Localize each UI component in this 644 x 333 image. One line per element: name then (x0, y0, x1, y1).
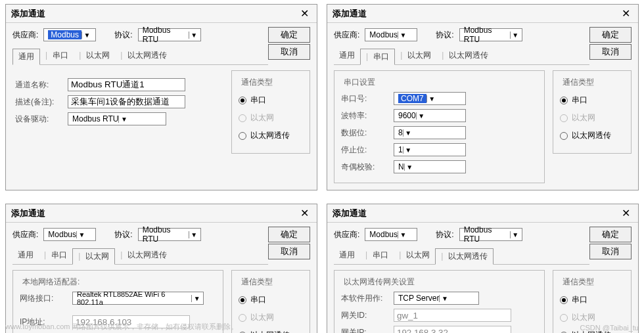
radio-ethernet[interactable]: 以太网 (560, 312, 624, 323)
tab-ethernet[interactable]: 以太网 (72, 248, 115, 265)
gwid-label: 网关ID: (341, 310, 388, 321)
chevron-down-icon: ▼ (189, 32, 199, 39)
adapter-legend: 本地网络适配器: (20, 277, 82, 288)
protocol-label: 协议: (436, 229, 453, 240)
dialog-ethpass: 添加通道 ✕ 供应商: Modbus▼ 协议: Modbus RTU▼ 确定 通… (327, 204, 639, 333)
iface-select[interactable]: Realtek RTL8852AE WiFi 6 802.11a▼ (72, 292, 204, 305)
chevron-down-icon: ▼ (439, 295, 449, 302)
role-select[interactable]: TCP Server▼ (394, 292, 479, 305)
cancel-button[interactable]: 取消 (589, 244, 632, 259)
chevron-down-icon: ▼ (403, 129, 413, 137)
comm-legend: 通信类型 (560, 77, 597, 88)
supplier-label: 供应商: (334, 30, 359, 41)
stopbits-label: 停止位: (341, 144, 388, 156)
chevron-down-icon: ▼ (76, 231, 87, 238)
driver-label: 设备驱动: (15, 114, 62, 125)
iface-label: 网络接口: (20, 293, 67, 304)
footer-left: www.toymoban.com 网络图片仅供展示，非存储，如有侵权请联系删除。 (5, 322, 238, 332)
protocol-label: 协议: (114, 30, 132, 41)
cancel-button[interactable]: 取消 (268, 44, 310, 60)
desc-input[interactable] (68, 95, 185, 108)
channel-name-input[interactable] (68, 78, 185, 91)
protocol-select[interactable]: Modbus RTU▼ (459, 28, 522, 41)
chevron-down-icon: ▼ (191, 295, 202, 302)
chevron-down-icon: ▼ (118, 116, 129, 123)
stopbits-select[interactable]: 1▼ (394, 143, 466, 156)
tab-ethernet[interactable]: 以太网 (74, 48, 115, 64)
gwid-input[interactable] (394, 309, 511, 322)
radio-ethpass[interactable]: 以太网透传 (239, 130, 303, 141)
tab-serial[interactable]: 串口 (360, 248, 394, 264)
radio-serial[interactable]: 串口 (239, 294, 303, 305)
ok-button[interactable]: 确定 (268, 227, 310, 242)
protocol-select[interactable]: Modbus RTU▼ (138, 228, 201, 241)
supplier-select[interactable]: Modbus▼ (365, 28, 417, 41)
radio-ethpass[interactable]: 以太网透传 (239, 330, 303, 333)
protocol-select[interactable]: Modbus RTU▼ (459, 228, 522, 241)
dialog-title: 添加通道 (333, 8, 367, 20)
tab-ethernet[interactable]: 以太网 (395, 48, 436, 64)
radio-dot-icon (239, 314, 246, 322)
dialog-general: 添加通道 ✕ 供应商: Modbus▼ 协议: Modbus RTU▼ 确定 通… (5, 4, 317, 190)
chevron-down-icon: ▼ (510, 231, 520, 238)
cancel-button[interactable]: 取消 (589, 44, 632, 60)
close-icon[interactable]: ✕ (619, 207, 633, 219)
channel-name-label: 通道名称: (15, 79, 62, 91)
radio-ethernet[interactable]: 以太网 (560, 112, 624, 123)
gwip-input[interactable] (394, 326, 511, 333)
radio-serial[interactable]: 串口 (239, 95, 303, 106)
tab-ethpass[interactable]: 以太网透传 (435, 248, 494, 265)
cancel-button[interactable]: 取消 (268, 244, 310, 259)
driver-select[interactable]: Modbus RTU▼ (68, 112, 166, 125)
tab-ethernet[interactable]: 以太网 (394, 248, 435, 264)
ok-button[interactable]: 确定 (589, 227, 632, 242)
tab-ethpass[interactable]: 以太网透传 (115, 48, 172, 64)
footer-right: CSDN @Taibai_tu (580, 324, 639, 332)
radio-dot-icon (239, 132, 246, 140)
ok-button[interactable]: 确定 (268, 27, 310, 43)
tab-general[interactable]: 通用 (12, 248, 39, 264)
radio-serial[interactable]: 串口 (560, 294, 624, 305)
titlebar: 添加通道 ✕ (6, 5, 317, 23)
radio-ethernet[interactable]: 以太网 (239, 312, 303, 323)
radio-dot-icon (560, 314, 568, 322)
dialog-serial: 添加通道 ✕ 供应商: Modbus▼ 协议: Modbus RTU▼ 确定 通… (327, 4, 639, 190)
parity-select[interactable]: N▼ (394, 160, 466, 173)
radio-dot-icon (560, 97, 568, 104)
tab-general[interactable]: 通用 (12, 49, 40, 65)
supplier-select[interactable]: Modbus▼ (365, 228, 417, 241)
tab-general[interactable]: 通用 (334, 248, 360, 264)
serial-settings: 串口设置 串口号:COM7▼ 波特率:9600▼ 数据位:8▼ 停止位:1▼ 奇… (334, 70, 545, 183)
chevron-down-icon: ▼ (404, 164, 415, 171)
dialog-title: 添加通道 (11, 8, 45, 20)
supplier-label: 供应商: (334, 229, 359, 240)
radio-ethernet[interactable]: 以太网 (239, 112, 303, 123)
dialog-ethernet: 添加通道 ✕ 供应商: Modbus▼ 协议: Modbus RTU▼ 确定 通… (5, 204, 317, 333)
radio-ethpass[interactable]: 以太网透传 (560, 130, 624, 141)
tab-serial[interactable]: 串口 (360, 49, 395, 65)
chevron-down-icon: ▼ (398, 32, 408, 39)
close-icon[interactable]: ✕ (298, 7, 311, 20)
radio-dot-icon (560, 114, 568, 122)
tab-serial[interactable]: 串口 (39, 248, 72, 264)
tab-serial[interactable]: 串口 (40, 48, 74, 64)
supplier-select[interactable]: Modbus▼ (43, 28, 96, 41)
protocol-label: 协议: (114, 229, 132, 240)
tab-general[interactable]: 通用 (334, 48, 360, 64)
radio-dot-icon (239, 296, 246, 304)
close-icon[interactable]: ✕ (298, 207, 311, 219)
titlebar: 添加通道 ✕ (327, 204, 638, 223)
tab-ethpass[interactable]: 以太网透传 (115, 248, 172, 264)
databits-select[interactable]: 8▼ (394, 126, 466, 139)
ok-button[interactable]: 确定 (589, 27, 632, 43)
comm-type-box: 通信类型 串口 以太网 以太网透传 (231, 270, 310, 333)
radio-serial[interactable]: 串口 (560, 95, 624, 106)
baud-select[interactable]: 9600▼ (394, 109, 466, 122)
titlebar: 添加通道 ✕ (327, 5, 638, 23)
close-icon[interactable]: ✕ (619, 7, 633, 20)
tab-ethpass[interactable]: 以太网透传 (436, 48, 494, 64)
protocol-select[interactable]: Modbus RTU▼ (138, 28, 201, 41)
supplier-select[interactable]: Modbus▼ (43, 228, 96, 241)
gwip-label: 网关IP: (341, 327, 388, 334)
port-select[interactable]: COM7▼ (394, 92, 466, 105)
